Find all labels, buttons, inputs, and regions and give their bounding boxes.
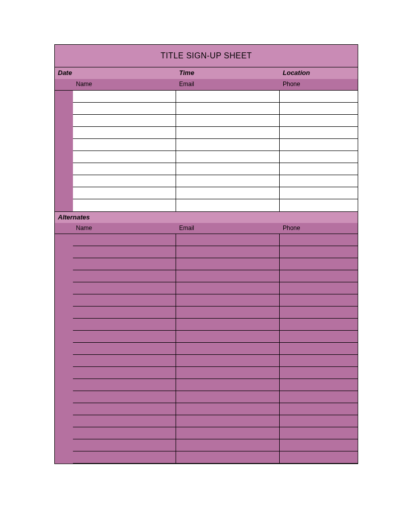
- table-row[interactable]: [73, 91, 358, 103]
- table-row[interactable]: [73, 367, 358, 379]
- table-row[interactable]: [73, 391, 358, 403]
- cell-phone[interactable]: [280, 319, 358, 330]
- cell-email[interactable]: [176, 282, 280, 294]
- cell-phone[interactable]: [280, 151, 358, 163]
- cell-name[interactable]: [73, 270, 176, 282]
- cell-phone[interactable]: [280, 127, 358, 138]
- table-row[interactable]: [73, 343, 358, 355]
- cell-phone[interactable]: [280, 115, 358, 126]
- table-row[interactable]: [73, 427, 358, 439]
- cell-phone[interactable]: [280, 427, 358, 439]
- cell-phone[interactable]: [280, 199, 358, 211]
- cell-name[interactable]: [73, 391, 176, 403]
- cell-name[interactable]: [73, 246, 176, 258]
- cell-name[interactable]: [73, 234, 176, 246]
- table-row[interactable]: [73, 139, 358, 151]
- cell-name[interactable]: [73, 343, 176, 354]
- cell-phone[interactable]: [280, 270, 358, 282]
- cell-phone[interactable]: [280, 391, 358, 403]
- table-row[interactable]: [73, 415, 358, 427]
- cell-name[interactable]: [73, 307, 176, 318]
- cell-email[interactable]: [176, 439, 280, 451]
- cell-phone[interactable]: [280, 258, 358, 270]
- table-row[interactable]: [73, 270, 358, 282]
- cell-name[interactable]: [73, 139, 176, 150]
- table-row[interactable]: [73, 319, 358, 331]
- cell-phone[interactable]: [280, 355, 358, 366]
- cell-email[interactable]: [176, 199, 280, 211]
- cell-email[interactable]: [176, 163, 280, 175]
- cell-email[interactable]: [176, 258, 280, 270]
- cell-name[interactable]: [73, 331, 176, 342]
- table-row[interactable]: [73, 355, 358, 367]
- cell-phone[interactable]: [280, 415, 358, 427]
- cell-name[interactable]: [73, 367, 176, 378]
- cell-phone[interactable]: [280, 139, 358, 150]
- cell-phone[interactable]: [280, 379, 358, 391]
- cell-name[interactable]: [73, 451, 176, 463]
- table-row[interactable]: [73, 307, 358, 319]
- cell-phone[interactable]: [280, 187, 358, 199]
- cell-email[interactable]: [176, 367, 280, 378]
- table-row[interactable]: [73, 175, 358, 187]
- cell-phone[interactable]: [280, 343, 358, 354]
- table-row[interactable]: [73, 163, 358, 175]
- table-row[interactable]: [73, 246, 358, 258]
- table-row[interactable]: [73, 439, 358, 451]
- cell-email[interactable]: [176, 175, 280, 187]
- table-row[interactable]: [73, 379, 358, 391]
- cell-email[interactable]: [176, 427, 280, 439]
- table-row[interactable]: [73, 199, 358, 211]
- cell-name[interactable]: [73, 127, 176, 138]
- cell-email[interactable]: [176, 139, 280, 150]
- cell-email[interactable]: [176, 246, 280, 258]
- cell-name[interactable]: [73, 187, 176, 199]
- cell-email[interactable]: [176, 319, 280, 330]
- cell-name[interactable]: [73, 403, 176, 415]
- cell-name[interactable]: [73, 294, 176, 306]
- cell-phone[interactable]: [280, 307, 358, 318]
- table-row[interactable]: [73, 331, 358, 343]
- cell-email[interactable]: [176, 187, 280, 199]
- cell-email[interactable]: [176, 294, 280, 306]
- cell-name[interactable]: [73, 151, 176, 163]
- cell-phone[interactable]: [280, 91, 358, 102]
- cell-phone[interactable]: [280, 103, 358, 114]
- table-row[interactable]: [73, 234, 358, 246]
- cell-email[interactable]: [176, 270, 280, 282]
- cell-phone[interactable]: [280, 234, 358, 246]
- cell-name[interactable]: [73, 427, 176, 439]
- table-row[interactable]: [73, 403, 358, 415]
- cell-email[interactable]: [176, 331, 280, 342]
- cell-email[interactable]: [176, 234, 280, 246]
- cell-email[interactable]: [176, 91, 280, 102]
- cell-name[interactable]: [73, 115, 176, 126]
- cell-email[interactable]: [176, 379, 280, 391]
- cell-name[interactable]: [73, 379, 176, 391]
- table-row[interactable]: [73, 151, 358, 163]
- cell-name[interactable]: [73, 319, 176, 330]
- cell-email[interactable]: [176, 355, 280, 366]
- cell-name[interactable]: [73, 439, 176, 451]
- cell-phone[interactable]: [280, 175, 358, 187]
- cell-name[interactable]: [73, 258, 176, 270]
- cell-name[interactable]: [73, 282, 176, 294]
- cell-name[interactable]: [73, 415, 176, 427]
- cell-name[interactable]: [73, 163, 176, 175]
- cell-name[interactable]: [73, 91, 176, 102]
- table-row[interactable]: [73, 282, 358, 294]
- cell-name[interactable]: [73, 175, 176, 187]
- cell-phone[interactable]: [280, 282, 358, 294]
- cell-name[interactable]: [73, 103, 176, 114]
- cell-name[interactable]: [73, 199, 176, 211]
- cell-email[interactable]: [176, 307, 280, 318]
- cell-name[interactable]: [73, 355, 176, 366]
- cell-email[interactable]: [176, 151, 280, 163]
- table-row[interactable]: [73, 294, 358, 307]
- cell-phone[interactable]: [280, 246, 358, 258]
- table-row[interactable]: [73, 115, 358, 127]
- cell-phone[interactable]: [280, 451, 358, 463]
- cell-email[interactable]: [176, 103, 280, 114]
- cell-phone[interactable]: [280, 331, 358, 342]
- table-row[interactable]: [73, 187, 358, 199]
